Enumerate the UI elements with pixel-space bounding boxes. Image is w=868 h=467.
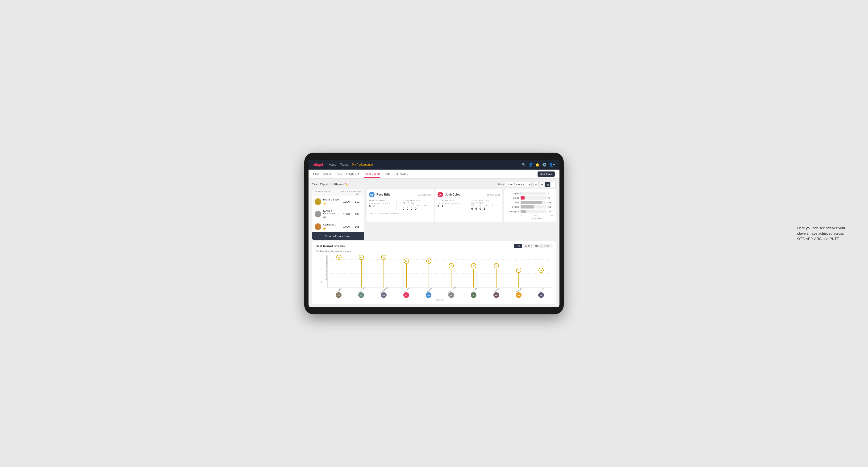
bar-track [521, 201, 546, 204]
card-player-name: Josh Coles [445, 193, 460, 196]
card-header: JC Josh Coles 26 Aug 2023 [437, 192, 500, 197]
total-rounds: Total Rounds Tournament Practice 7 2 [437, 199, 459, 210]
filter-ott[interactable]: OTT [514, 244, 522, 248]
player-row[interactable]: 🏌️ Edward Crossman 🩶2 18/20 107 [312, 207, 364, 221]
y-axis-values: 7 6 5 4 3 2 1 0 [321, 255, 322, 287]
rounds-sublabels: Tournament Practice [369, 202, 390, 205]
streak-bubble: 4x [448, 263, 454, 269]
avatar-icon[interactable]: 👤▾ [549, 163, 555, 166]
streak-line [339, 260, 339, 287]
left-panel: PLAYER NAME PB SCORE PB AVG SQ 🏌️ Richar… [312, 189, 364, 240]
list-view-icon[interactable]: ☰ [539, 182, 545, 187]
col-player-name: PLAYER NAME [315, 190, 341, 195]
show-label: Show [497, 183, 504, 186]
streak-line [519, 273, 519, 287]
edit-icon[interactable]: ✏️ [345, 183, 348, 186]
bell-icon[interactable]: 🔔 [535, 163, 539, 166]
sub-nav: PGAT Players PGA Hcaps 1-5 Team Clippd T… [309, 169, 559, 179]
bar-value: 131 [548, 210, 553, 213]
streak-bubble: 6x [381, 255, 386, 260]
period-select[interactable]: Last 3 months Last 6 months Last 12 mont… [506, 182, 532, 187]
card-avatar: RB [369, 192, 375, 197]
avatar: 🏌️ [315, 198, 321, 205]
streaks-title: Best Round Streaks [316, 244, 345, 248]
player-names-row: E. EbertB. McHergD. BillinghamJ. ColesR.… [328, 288, 552, 291]
main-content: Team Clippd | 14 Players ✏️ Show Last 3 … [309, 179, 559, 307]
subnav-all-players[interactable]: All Players [395, 170, 408, 178]
rounds-values: 8 4 [369, 205, 390, 208]
team-header: Team Clippd | 14 Players ✏️ Show Last 3 … [312, 182, 556, 187]
nav-my-performance[interactable]: My Performance [352, 162, 373, 167]
subnav-pga[interactable]: PGA [336, 170, 342, 178]
table-view-icon[interactable]: ▤ [545, 182, 550, 187]
player-badge: 💛1 [323, 203, 328, 205]
bar-track [521, 210, 546, 213]
practice-value: 4 [373, 205, 375, 208]
streaks-section: Best Round Streaks OTT APP ARG PUTT Off … [312, 241, 556, 304]
player-pb-score: 18/20 [341, 213, 352, 216]
divider [396, 199, 397, 210]
streak-line [406, 264, 407, 287]
bar-label: Bogeys [506, 206, 519, 208]
player-cards-row: RB Rees Britt 02 Sep 2023 Total Rounds T… [367, 189, 556, 222]
grid-view-icon[interactable]: ⊞ [533, 182, 539, 187]
table-header: PLAYER NAME PB SCORE PB AVG SQ [312, 189, 364, 196]
app-label: APP [409, 205, 413, 207]
add-team-button[interactable]: Add Team [537, 172, 555, 177]
streak-bubble: 5x [426, 258, 431, 264]
team-title: Team Clippd | 14 Players [312, 183, 344, 186]
streak-bubble: 4x [471, 263, 476, 269]
user-icon[interactable]: 👤 [529, 163, 533, 166]
filter-putt[interactable]: PUTT [542, 244, 552, 248]
putt-value: 0 [415, 207, 416, 210]
player-row[interactable]: 🏌️ Cameron... 🧡3 17/20 103 [312, 221, 364, 232]
chart-view-icon[interactable]: ↕ [551, 182, 556, 187]
player-pb-score: 19/20 [341, 200, 352, 203]
player-name: Edward Crossman [323, 209, 341, 215]
tournament-label: Tournament [369, 202, 380, 205]
col-pb-score: PB SCORE [341, 190, 352, 195]
search-icon[interactable]: 🔍 [522, 163, 526, 166]
card-date: 26 Aug 2023 [487, 193, 500, 196]
nav-links: Home Teams My Performance [329, 162, 373, 167]
nav-teams[interactable]: Teams [340, 162, 348, 167]
nav-home[interactable]: Home [329, 162, 336, 167]
player-pb-score: 17/20 [341, 225, 352, 228]
player-avg: 110 [352, 200, 362, 203]
bar-label: Birdies [506, 197, 519, 199]
bar-chart: Eagles 3 Birdies 96 Pars 499 Bogeys 311 … [506, 192, 553, 213]
subnav-hcaps[interactable]: Hcaps 1-5 [346, 170, 359, 178]
total-rounds: Total Rounds Tournament Practice 8 4 [369, 199, 390, 210]
view-full-leaderboard-button[interactable]: View Full Leaderboard [312, 232, 364, 240]
stats-row: Total Rounds Tournament Practice 8 4 [369, 199, 431, 210]
practice-activities: Total Practice Activities OTT APP ARG PU… [403, 199, 431, 210]
player-stats-card-rees: RB Rees Britt 02 Sep 2023 Total Rounds T… [367, 189, 434, 222]
player-badge: 🩶2 [323, 216, 328, 219]
subnav-team-clippd[interactable]: Team Clippd [364, 170, 380, 178]
streak-chart-area: Best Streak, Fairway Accuracy [316, 255, 552, 301]
rounds-label: Total Rounds [369, 199, 390, 201]
streak-line [383, 260, 384, 287]
subnav-pgat[interactable]: PGAT Players [313, 170, 331, 178]
subnav-tour[interactable]: Tour [384, 170, 390, 178]
player-avg: 103 [352, 225, 362, 228]
player-row[interactable]: 🏌️ Richard Butler 💛1 19/20 110 [312, 196, 364, 207]
streak-line [473, 269, 474, 287]
y-axis-title: Best Streak, Fairway Accuracy [325, 255, 327, 280]
arg-label: ARG [416, 205, 421, 207]
player-name: Richard Butler [323, 198, 341, 201]
bar-row: Birdies 96 [506, 196, 553, 199]
streak-bubble: 4x [494, 263, 499, 269]
player-stats-card-josh: JC Josh Coles 26 Aug 2023 Total Rounds T… [435, 189, 502, 222]
settings-icon[interactable]: ⚙️ [542, 163, 546, 166]
filter-arg[interactable]: ARG [533, 244, 541, 248]
streak-bubble: 3x [538, 268, 544, 273]
putt-label: PUTT [423, 205, 429, 207]
practice-activities: Total Practice Activities OTT APP ARG PU… [471, 199, 500, 210]
activities-values: 0 0 0 0 [403, 207, 431, 210]
bar-row: D. Bogeys + 131 [506, 210, 553, 213]
bar-row: Eagles 3 [506, 192, 553, 195]
filter-app[interactable]: APP [523, 244, 532, 248]
ott-value: 0 [403, 207, 404, 210]
bar-fill [521, 192, 521, 195]
